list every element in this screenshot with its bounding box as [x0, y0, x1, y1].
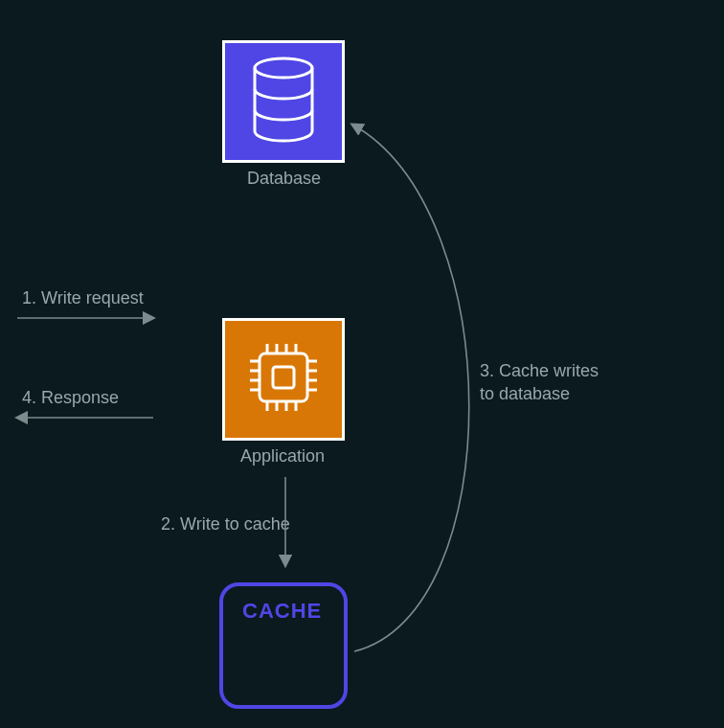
step-2-label: 2. Write to cache — [161, 512, 290, 535]
cache-label: CACHE — [242, 599, 322, 624]
database-node — [222, 40, 345, 163]
svg-point-0 — [255, 58, 312, 78]
svg-rect-1 — [260, 353, 307, 401]
svg-rect-2 — [273, 367, 294, 388]
arrows-overlay — [0, 0, 724, 728]
step-1-label: 1. Write request — [22, 286, 144, 309]
step-4-label: 4. Response — [22, 386, 119, 409]
database-icon — [249, 57, 318, 147]
application-label: Application — [240, 446, 325, 466]
application-node — [222, 318, 345, 441]
step-3-label: 3. Cache writes to database — [480, 359, 599, 406]
database-label: Database — [247, 169, 321, 189]
cpu-icon — [240, 334, 327, 424]
